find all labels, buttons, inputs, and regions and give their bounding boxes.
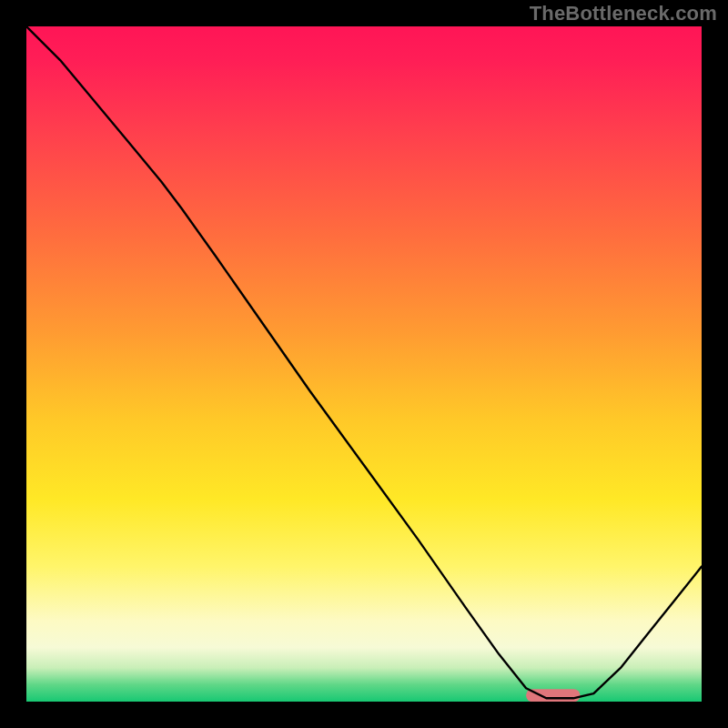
chart-frame: TheBottleneck.com (0, 0, 728, 728)
curve-layer (26, 26, 702, 702)
bottleneck-curve (26, 26, 702, 698)
plot-area (26, 26, 702, 702)
watermark-text: TheBottleneck.com (530, 2, 717, 25)
